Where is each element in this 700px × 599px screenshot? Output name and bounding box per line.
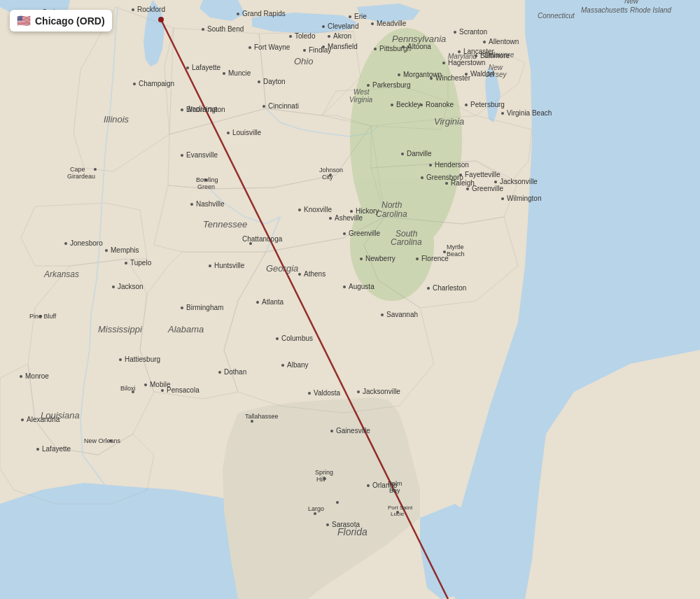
svg-text:Jacksonville: Jacksonville xyxy=(363,388,400,395)
svg-text:Virginia Beach: Virginia Beach xyxy=(507,109,552,117)
svg-text:Pine Bluff: Pine Bluff xyxy=(29,313,57,320)
svg-text:Biloxi: Biloxi xyxy=(120,385,136,392)
svg-text:Alabama: Alabama xyxy=(167,324,204,334)
svg-text:Lafayette: Lafayette xyxy=(192,64,221,71)
svg-text:Atlanta: Atlanta xyxy=(262,298,284,306)
svg-point-141 xyxy=(416,258,419,260)
svg-point-127 xyxy=(298,209,301,211)
svg-point-123 xyxy=(501,197,504,200)
svg-point-76 xyxy=(475,55,477,57)
svg-text:Grand Rapids: Grand Rapids xyxy=(242,10,286,17)
svg-text:Pittsburgh: Pittsburgh xyxy=(379,45,411,52)
svg-point-34 xyxy=(237,13,239,15)
svg-point-129 xyxy=(329,217,332,220)
svg-text:Meadville: Meadville xyxy=(377,20,407,27)
svg-point-113 xyxy=(421,176,424,179)
svg-point-154 xyxy=(105,249,108,252)
svg-point-139 xyxy=(360,258,363,260)
svg-text:Jonesboro: Jonesboro xyxy=(70,239,103,247)
svg-text:Dothan: Dothan xyxy=(224,368,246,376)
svg-point-40 xyxy=(289,35,292,38)
svg-text:South Bend: South Bend xyxy=(207,25,244,33)
svg-point-72 xyxy=(258,80,260,83)
svg-text:Monroe: Monroe xyxy=(25,372,49,380)
svg-text:Connecticut: Connecticut xyxy=(538,12,575,20)
svg-point-204 xyxy=(326,523,329,526)
svg-point-84 xyxy=(430,77,433,80)
svg-text:Knoxville: Knoxville xyxy=(304,206,332,213)
svg-point-119 xyxy=(459,174,462,176)
svg-text:Massachusetts: Massachusetts xyxy=(581,6,628,14)
svg-point-201 xyxy=(367,484,370,487)
svg-point-150 xyxy=(64,242,67,245)
svg-point-186 xyxy=(308,392,311,395)
svg-text:Illinois: Illinois xyxy=(104,114,130,125)
svg-text:Bay: Bay xyxy=(389,487,400,494)
svg-text:Mississippi: Mississippi xyxy=(98,324,143,334)
svg-text:Johnson: Johnson xyxy=(319,167,343,174)
svg-point-194 xyxy=(21,418,24,421)
svg-point-168 xyxy=(281,364,284,367)
svg-point-82 xyxy=(262,105,265,108)
svg-point-117 xyxy=(466,188,469,190)
svg-point-111 xyxy=(429,164,432,167)
svg-text:Bloomington: Bloomington xyxy=(186,106,225,113)
svg-point-156 xyxy=(125,262,127,265)
svg-point-178 xyxy=(161,389,164,392)
svg-point-146 xyxy=(298,273,301,276)
svg-text:Petersburg: Petersburg xyxy=(470,101,505,108)
svg-text:Georgia: Georgia xyxy=(266,263,298,274)
svg-point-52 xyxy=(328,35,330,38)
svg-text:Gainesville: Gainesville xyxy=(336,427,370,435)
svg-text:Newberry: Newberry xyxy=(365,255,396,262)
svg-text:Albany: Albany xyxy=(287,361,309,369)
svg-text:Spring: Spring xyxy=(315,469,333,476)
svg-text:Pensacola: Pensacola xyxy=(167,386,200,394)
svg-text:Wilmington: Wilmington xyxy=(507,195,541,202)
svg-text:Huntsville: Huntsville xyxy=(214,262,245,269)
airport-label: Chicago (ORD) xyxy=(35,15,105,27)
svg-text:Roanoke: Roanoke xyxy=(426,101,454,108)
svg-text:Carolina: Carolina xyxy=(376,209,407,219)
svg-text:Cleveland: Cleveland xyxy=(328,22,358,30)
svg-point-68 xyxy=(442,62,445,64)
svg-text:Jacksonville: Jacksonville xyxy=(500,178,538,185)
svg-text:Fayetteville: Fayetteville xyxy=(465,171,500,178)
svg-text:Erie: Erie xyxy=(354,13,367,20)
airport-chip[interactable]: 🇺🇸 Chicago (ORD) xyxy=(10,10,112,31)
svg-point-143 xyxy=(443,251,446,253)
svg-text:Nashville: Nashville xyxy=(196,200,225,208)
svg-point-46 xyxy=(349,15,351,18)
svg-text:Scranton: Scranton xyxy=(459,28,487,36)
svg-text:Myrtle: Myrtle xyxy=(447,244,464,251)
svg-text:Tallahassee: Tallahassee xyxy=(245,413,279,420)
svg-point-90 xyxy=(420,104,423,106)
svg-point-42 xyxy=(303,49,306,52)
svg-text:Augusta: Augusta xyxy=(349,283,374,290)
svg-text:Ohio: Ohio xyxy=(294,56,313,66)
svg-text:Asheville: Asheville xyxy=(335,214,363,222)
svg-point-196 xyxy=(36,448,39,451)
svg-text:Mansfield: Mansfield xyxy=(328,43,358,50)
svg-text:New: New xyxy=(624,0,639,5)
svg-point-86 xyxy=(465,73,468,76)
svg-point-190 xyxy=(357,390,360,393)
svg-text:Fort Wayne: Fort Wayne xyxy=(254,43,290,51)
svg-text:Columbus: Columbus xyxy=(281,334,313,342)
svg-text:Greenville: Greenville xyxy=(349,230,380,237)
svg-text:Henderson: Henderson xyxy=(435,161,469,169)
svg-text:North: North xyxy=(382,200,402,210)
svg-text:Savannah: Savannah xyxy=(386,311,418,318)
svg-text:Akron: Akron xyxy=(333,32,351,40)
svg-text:Altoona: Altoona xyxy=(407,43,431,50)
svg-text:Athens: Athens xyxy=(304,270,326,278)
svg-point-160 xyxy=(381,313,384,316)
svg-point-148 xyxy=(343,286,346,288)
svg-point-94 xyxy=(501,112,504,115)
svg-text:Louisville: Louisville xyxy=(232,129,262,136)
svg-text:Tennessee: Tennessee xyxy=(203,219,247,230)
svg-text:Sarasota: Sarasota xyxy=(332,521,360,528)
svg-text:Lucie: Lucie xyxy=(391,511,405,517)
svg-point-36 xyxy=(202,28,204,31)
svg-text:Virginia: Virginia xyxy=(349,96,373,104)
